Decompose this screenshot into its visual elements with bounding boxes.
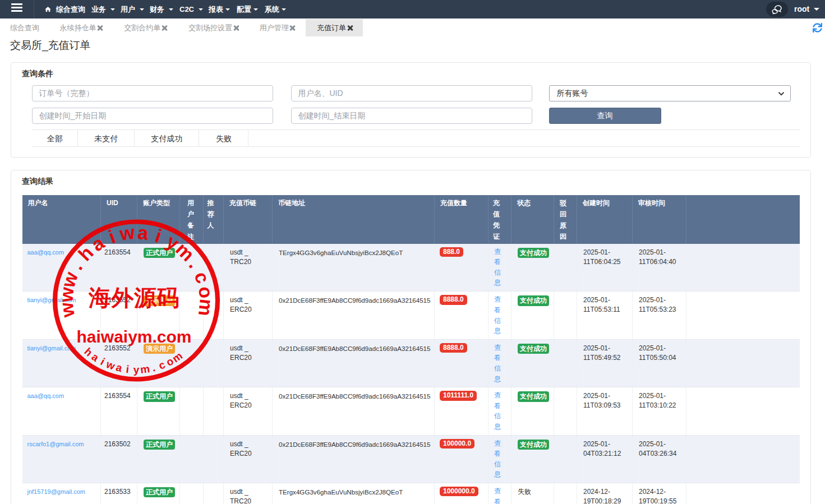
svg-text:a: a xyxy=(115,361,124,374)
svg-text:y: y xyxy=(133,364,140,376)
svg-text:.: . xyxy=(151,362,156,374)
svg-text:m: m xyxy=(140,363,150,376)
svg-text:o: o xyxy=(195,285,217,299)
svg-text:海外源码: 海外源码 xyxy=(88,285,179,310)
svg-text:c: c xyxy=(190,269,214,286)
svg-text:i: i xyxy=(105,226,118,248)
svg-text:w: w xyxy=(118,221,136,244)
svg-text:i: i xyxy=(153,225,164,247)
svg-text:haiwaiym.com: haiwaiym.com xyxy=(76,327,191,346)
svg-text:.: . xyxy=(66,258,86,274)
svg-text:w: w xyxy=(55,301,79,320)
svg-text:a: a xyxy=(137,221,150,244)
svg-text:i: i xyxy=(126,363,130,375)
svg-text:m: m xyxy=(195,298,218,317)
